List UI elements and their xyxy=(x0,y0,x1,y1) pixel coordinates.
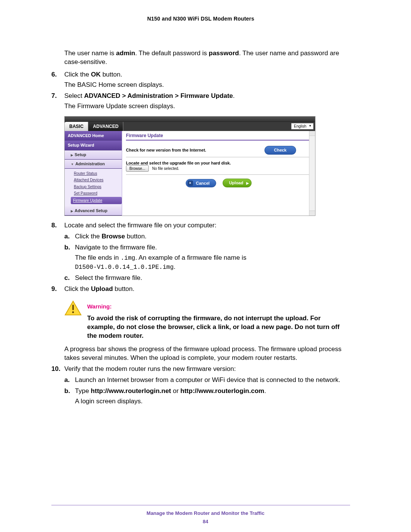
text: Navigate to the firmware file. xyxy=(75,244,157,251)
text: . The default password is xyxy=(135,50,209,57)
browse-button[interactable]: Browse... xyxy=(126,165,149,172)
language-select[interactable]: English ▼ xyxy=(291,123,314,130)
step-subtext: The Firmware Update screen displays. xyxy=(64,102,350,111)
text-bold: OK xyxy=(91,71,101,78)
step-number: 8. xyxy=(51,221,57,230)
code: .img xyxy=(121,255,135,262)
text-bold: admin xyxy=(116,50,135,57)
footer-rule xyxy=(51,505,350,505)
text: Type xyxy=(75,387,91,395)
text: Locate and select the firmware file on y… xyxy=(64,222,217,229)
sidebar-item-wizard[interactable]: Setup Wizard xyxy=(65,141,122,150)
step-number: 6. xyxy=(51,70,57,79)
step-10: 10. Verify that the modem router runs th… xyxy=(51,365,350,406)
text: Click the xyxy=(64,71,91,78)
language-label: English xyxy=(294,124,306,129)
text: . xyxy=(174,263,175,270)
substep-a: a. Click the Browse button. xyxy=(64,232,350,241)
sidebar-link-firmware-update[interactable]: Firmware Update xyxy=(71,197,122,204)
text: Click the xyxy=(75,233,102,240)
substep-subtext: A login screen displays. xyxy=(75,397,350,406)
locate-label: Locate and select the upgrade file on yo… xyxy=(126,161,231,165)
substep-c: c. Select the firmware file. xyxy=(64,274,350,283)
label: Administration xyxy=(75,161,105,166)
text: Select xyxy=(64,92,84,99)
text-bold: http://www.routerlogin.com xyxy=(180,387,264,395)
check-button[interactable]: Check xyxy=(264,146,296,155)
substep-b: b. Type http://www.routerlogin.net or ht… xyxy=(64,387,350,406)
sidebar-link-set-password[interactable]: Set Password xyxy=(74,190,122,197)
warning-icon xyxy=(64,300,82,316)
substep-letter: a. xyxy=(64,232,70,241)
content-panel: Firmware Update Check for new version fr… xyxy=(122,131,315,216)
page-number: 84 xyxy=(0,518,411,525)
step-number: 9. xyxy=(51,285,57,294)
substep-letter: b. xyxy=(64,387,70,396)
warning-title: Warning: xyxy=(87,303,350,310)
text: . An example of a firmware file name is xyxy=(135,254,246,261)
step-8: 8. Locate and select the firmware file o… xyxy=(51,221,350,283)
tab-basic[interactable]: BASIC xyxy=(65,122,88,131)
sidebar-link-attached-devices[interactable]: Attached Devices xyxy=(74,177,122,184)
caret-right-icon: ▶ xyxy=(71,209,73,213)
text: Click the xyxy=(64,285,91,292)
text: Select the firmware file. xyxy=(75,274,142,281)
window-chrome xyxy=(65,117,315,122)
panel-title: Firmware Update xyxy=(126,133,311,141)
tab-bar: BASIC ADVANCED English ▼ xyxy=(65,122,315,131)
label: Cancel xyxy=(196,181,210,186)
sidebar: ADVANCED Home Setup Wizard ▶Setup ▼Admin… xyxy=(65,131,122,216)
chevron-down-icon: ▼ xyxy=(309,124,312,128)
substep-b: b. Navigate to the firmware file. The fi… xyxy=(64,243,350,272)
text: The file ends in xyxy=(75,254,121,261)
caret-right-icon: ▶ xyxy=(71,153,73,157)
check-label: Check for new version from the Internet. xyxy=(126,147,206,153)
tab-advanced[interactable]: ADVANCED xyxy=(88,122,123,131)
text-bold: Upload xyxy=(91,285,113,292)
upload-button[interactable]: Upload ▶ xyxy=(223,179,252,187)
label: Setup xyxy=(75,152,86,157)
text-bold: password xyxy=(209,50,239,57)
warning-block: Warning: To avoid the risk of corrupting… xyxy=(64,300,350,340)
text: The user name is xyxy=(64,50,116,57)
step-6: 6. Click the OK button. The BASIC Home s… xyxy=(51,70,350,89)
sidebar-link-backup-settings[interactable]: Backup Settings xyxy=(74,184,122,190)
text: or xyxy=(171,387,181,395)
document-header: N150 and N300 WiFi DSL Modem Routers xyxy=(51,15,350,22)
router-ui-screenshot: BASIC ADVANCED English ▼ ADVANCED Home S… xyxy=(64,116,315,216)
substep-a: a. Launch an Internet browser from a com… xyxy=(64,376,350,385)
text: button. xyxy=(113,285,135,292)
text-bold: ADVANCED > Administration > Firmware Upd… xyxy=(84,92,233,99)
sidebar-item-administration[interactable]: ▼Administration xyxy=(65,160,122,169)
step-number: 7. xyxy=(51,92,57,101)
step-9: 9. Click the Upload button. Warning: To … xyxy=(51,285,350,363)
sidebar-link-router-status[interactable]: Router Status xyxy=(74,170,122,177)
text: . xyxy=(264,387,266,395)
text: Launch an Internet browser from a comput… xyxy=(75,376,340,383)
scrollbar[interactable] xyxy=(309,131,315,216)
text: button. xyxy=(100,71,122,78)
admin-submenu: Router Status Attached Devices Backup Se… xyxy=(65,169,122,207)
text: Verify that the modem router runs the ne… xyxy=(64,365,236,372)
substep-letter: c. xyxy=(64,274,70,283)
play-icon: ▶ xyxy=(246,181,249,185)
substep-subtext: The file ends in .img. An example of a f… xyxy=(75,254,350,272)
warning-body: To avoid the risk of corrupting the firm… xyxy=(87,314,350,340)
step-7: 7. Select ADVANCED > Administration > Fi… xyxy=(51,92,350,216)
text-bold: Browse xyxy=(102,233,125,240)
sidebar-item-advanced-setup[interactable]: ▶Advanced Setup xyxy=(65,206,122,216)
label: Upload xyxy=(229,180,243,186)
close-icon: × xyxy=(188,181,193,186)
label: Advanced Setup xyxy=(75,208,107,213)
svg-rect-1 xyxy=(72,305,74,310)
svg-point-2 xyxy=(72,312,74,313)
code: D1500-V1.0.0.14_1.0.1PE.img xyxy=(75,264,174,271)
caret-down-icon: ▼ xyxy=(71,163,74,166)
step-subtext: The BASIC Home screen displays. xyxy=(64,81,350,89)
substep-letter: a. xyxy=(64,376,70,385)
cancel-button[interactable]: × Cancel xyxy=(186,179,216,188)
text: . xyxy=(233,92,235,99)
sidebar-item-setup[interactable]: ▶Setup xyxy=(65,150,122,160)
intro-paragraph: The user name is admin. The default pass… xyxy=(64,49,350,67)
sidebar-item-home[interactable]: ADVANCED Home xyxy=(65,131,122,141)
